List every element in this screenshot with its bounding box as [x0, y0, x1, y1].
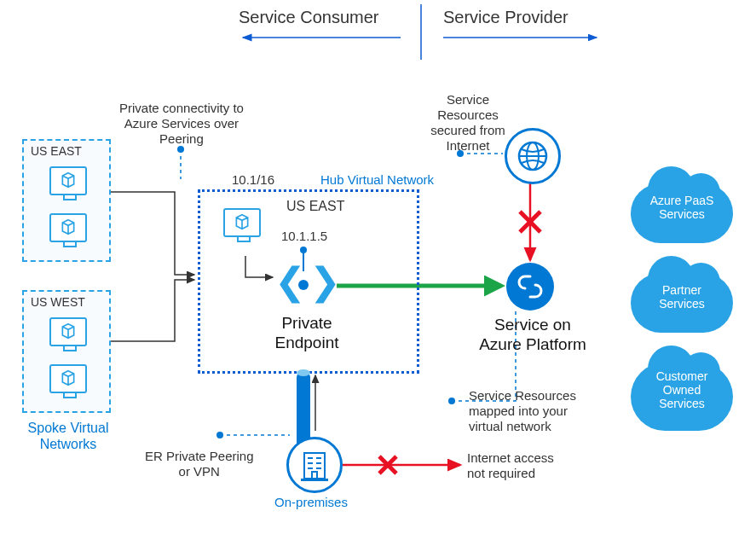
cloud-partner: Partner Services [631, 273, 733, 333]
annotation-secured: Service Resources secured from Internet [430, 92, 506, 154]
svg-point-16 [448, 398, 455, 404]
spoke-box-useast: US EAST [22, 139, 111, 262]
cloud-partner-label: Partner Services [631, 283, 733, 311]
svg-line-10 [379, 456, 396, 473]
svg-rect-17 [304, 453, 325, 479]
vm-icon [49, 317, 87, 346]
svg-line-11 [379, 456, 396, 473]
annotation-er-vpn: ER Private Peering or VPN [145, 449, 254, 479]
cloud-paas-label: Azure PaaS Services [631, 194, 733, 221]
vm-icon [49, 213, 87, 242]
private-link-service-icon [506, 263, 554, 311]
hub-title: Hub Virtual Network [320, 172, 434, 188]
svg-point-3 [177, 146, 184, 153]
svg-line-14 [520, 212, 540, 232]
internet-globe-circle [505, 128, 561, 184]
svg-rect-25 [312, 472, 317, 479]
vm-icon [49, 166, 87, 195]
pe-dot-icon [298, 280, 309, 290]
annotation-mapped: Service Resources mapped into your virtu… [469, 388, 576, 434]
svg-point-8 [216, 432, 223, 438]
service-label: Service on Azure Platform [477, 316, 588, 355]
globe-icon [507, 131, 558, 182]
hub-region: US EAST [286, 198, 344, 214]
header-provider: Service Provider [443, 7, 568, 27]
header-consumer: Service Consumer [239, 7, 379, 27]
endpoint-ip: 10.1.1.5 [281, 229, 327, 244]
hub-vm-icon [223, 208, 261, 237]
spoke-box-uswest: US WEST [22, 290, 111, 413]
cloud-paas: Azure PaaS Services [631, 183, 733, 243]
spoke-caption: Spoke Virtual Networks [17, 420, 119, 452]
onprem-label: On-premises [264, 495, 358, 510]
spoke-region-label: US EAST [31, 144, 82, 158]
svg-line-13 [520, 212, 540, 232]
onprem-circle [286, 437, 343, 493]
private-endpoint-label: Private Endpoint [256, 314, 358, 353]
annotation-peering: Private connectivity to Azure Services o… [119, 101, 244, 147]
cloud-customer: Customer Owned Services [631, 363, 733, 431]
annotation-internet-not-required: Internet access not required [467, 450, 554, 481]
building-icon [289, 439, 340, 491]
vm-icon [49, 364, 87, 393]
hub-cidr: 10.1/16 [232, 172, 274, 188]
cloud-customer-label: Customer Owned Services [631, 369, 733, 410]
spoke-region-label: US WEST [31, 295, 85, 309]
